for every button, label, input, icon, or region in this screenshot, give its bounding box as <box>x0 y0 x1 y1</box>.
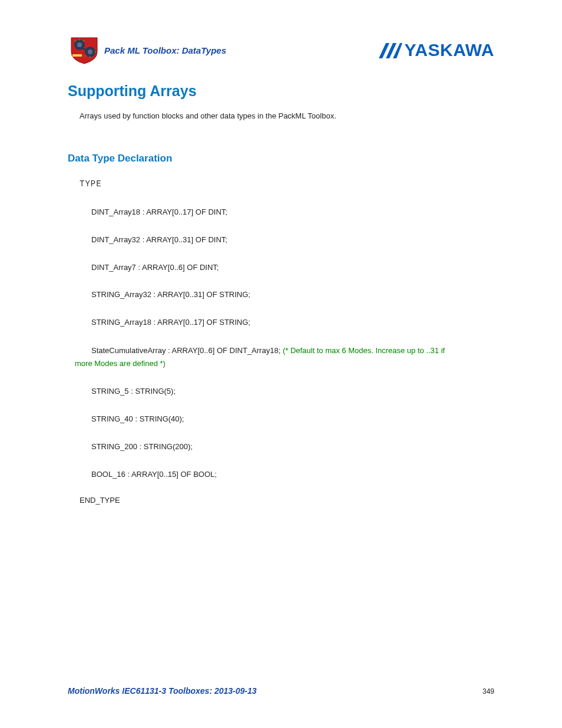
declaration-line: STRING_5 : STRING(5); <box>91 386 494 398</box>
yaskawa-logo: YASKAWA <box>378 39 494 61</box>
declaration-line: DINT_Array18 : ARRAY[0..17] OF DINT; <box>91 206 494 219</box>
header-left: Pack ML Toolbox: DataTypes <box>68 35 226 65</box>
declaration-line: DINT_Array7 : ARRAY[0..6] OF DINT; <box>91 262 494 274</box>
svg-point-3 <box>88 50 92 54</box>
yaskawa-brand-text: YASKAWA <box>405 40 494 60</box>
end-type-keyword: END_TYPE <box>80 496 494 505</box>
page-header: Pack ML Toolbox: DataTypes YASKAWA <box>68 35 494 65</box>
svg-rect-5 <box>72 54 82 57</box>
svg-point-8 <box>75 40 77 42</box>
page-title: Supporting Arrays <box>68 83 494 100</box>
section-heading: Data Type Declaration <box>68 153 494 164</box>
page-footer: MotionWorks IEC61131-3 Toolboxes: 2013-0… <box>68 686 494 696</box>
footer-title: MotionWorks IEC61131-3 Toolboxes: 2013-0… <box>68 686 257 696</box>
svg-point-11 <box>90 57 91 58</box>
declaration-line: STRING_40 : STRING(40); <box>91 413 494 426</box>
code-comment: more Modes are defined *) <box>75 357 488 370</box>
svg-point-6 <box>79 39 81 41</box>
declaration-line-with-comment: StateCumulativeArray : ARRAY[0..6] OF DI… <box>91 344 488 370</box>
declaration-line: BOOL_16 : ARRAY[0..15] OF BOOL; <box>91 469 494 481</box>
code-comment: (* Default to max 6 Modes. Increase up t… <box>283 346 445 355</box>
declaration-line: STRING_200 : STRING(200); <box>91 441 494 453</box>
declaration-line: STRING_Array32 : ARRAY[0..31] OF STRING; <box>91 289 494 301</box>
declaration-line: DINT_Array32 : ARRAY[0..31] OF DINT; <box>91 234 494 246</box>
footer-page-number: 349 <box>482 687 494 696</box>
declaration-line: STRING_Array18 : ARRAY[0..17] OF STRING; <box>91 317 494 329</box>
type-keyword: TYPE <box>80 179 494 189</box>
declaration-text: StateCumulativeArray : ARRAY[0..6] OF DI… <box>91 346 283 355</box>
svg-point-10 <box>95 51 97 53</box>
shield-logo-icon <box>68 35 101 65</box>
document-page: Pack ML Toolbox: DataTypes YASKAWA Suppo… <box>0 0 562 728</box>
svg-point-7 <box>83 40 85 42</box>
svg-point-1 <box>77 42 82 47</box>
intro-paragraph: Arrays used by function blocks and other… <box>80 111 494 120</box>
svg-point-9 <box>84 55 86 57</box>
header-section-title: Pack ML Toolbox: DataTypes <box>104 45 226 55</box>
yaskawa-mark-icon <box>378 39 402 61</box>
